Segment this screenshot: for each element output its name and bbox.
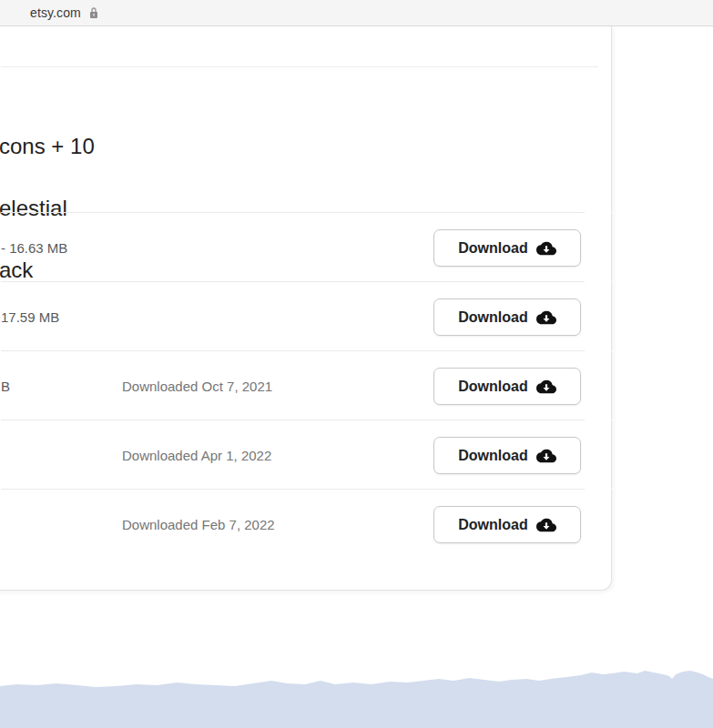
cloud-download-icon — [536, 449, 556, 463]
torn-paper-edge — [0, 669, 713, 728]
file-size: 17.59 MB — [1, 282, 59, 351]
download-date: Downloaded Oct 7, 2021 — [122, 351, 272, 420]
download-row: Downloaded Apr 1, 2022 Download — [1, 420, 612, 489]
download-button[interactable]: Download — [433, 298, 581, 336]
url-text[interactable]: etsy.com — [30, 5, 81, 20]
file-size: - 16.63 MB — [1, 213, 67, 282]
lock-icon — [88, 6, 99, 19]
listing-title-line: cons + 10 — [0, 131, 382, 162]
download-button[interactable]: Download — [433, 506, 581, 543]
download-button[interactable]: Download — [433, 368, 581, 405]
download-row: Downloaded Feb 7, 2022 Download — [1, 489, 612, 558]
cloud-download-icon — [536, 518, 556, 532]
download-date: Downloaded Apr 1, 2022 — [122, 420, 271, 490]
download-button-label: Download — [458, 517, 527, 533]
download-date: Downloaded Feb 7, 2022 — [122, 490, 275, 559]
download-button-label: Download — [458, 448, 527, 464]
download-row: 17.59 MB Download — [1, 281, 612, 350]
card-header-divider — [1, 66, 598, 67]
cloud-download-icon — [536, 379, 556, 394]
downloads-card: cons + 10 elestial ack - 16.63 MB Downlo… — [0, 26, 612, 591]
download-row: - 16.63 MB Download — [1, 212, 612, 281]
download-button-label: Download — [458, 379, 527, 395]
download-button-label: Download — [458, 309, 527, 326]
download-button[interactable]: Download — [433, 437, 581, 474]
cloud-download-icon — [536, 241, 556, 256]
download-button[interactable]: Download — [433, 229, 581, 267]
download-button-label: Download — [458, 240, 527, 257]
download-row: B Downloaded Oct 7, 2021 Download — [1, 350, 612, 420]
cloud-download-icon — [536, 310, 556, 325]
download-rows: - 16.63 MB Download 17.59 MB — [1, 212, 612, 558]
file-size: B — [1, 351, 10, 420]
browser-address-bar[interactable]: etsy.com — [0, 0, 713, 26]
